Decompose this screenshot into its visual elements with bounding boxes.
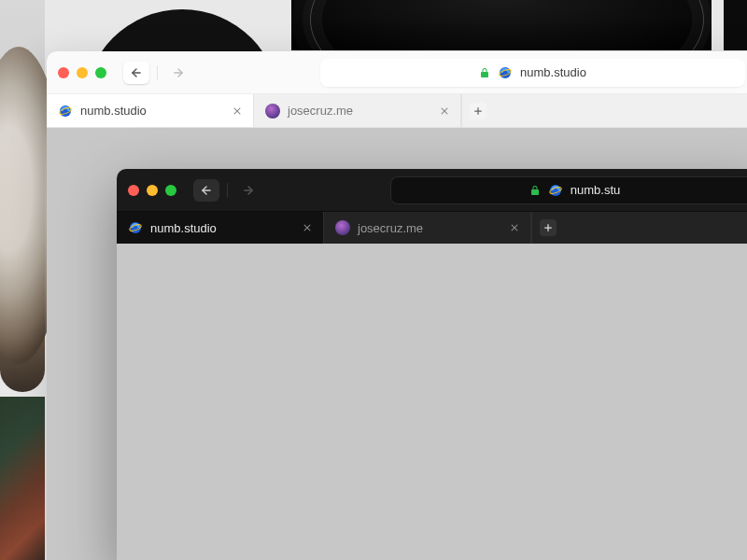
tab-close-button[interactable]: [440, 106, 449, 116]
address-bar[interactable]: numb.stu: [390, 176, 747, 204]
browser-window-dark: numb.stu numb.studio josecruz.me: [117, 169, 747, 560]
tab-numb-studio[interactable]: numb.studio: [47, 94, 254, 127]
art-icon: [335, 220, 350, 235]
arrow-right-icon: [172, 66, 185, 79]
window-controls: [58, 67, 106, 78]
page-content-area: [117, 244, 747, 560]
toolbar-divider: [157, 65, 158, 80]
background-art-top: [291, 0, 712, 50]
minimize-window-button[interactable]: [147, 185, 158, 196]
back-button[interactable]: [123, 62, 149, 84]
ie-icon: [498, 65, 513, 80]
background-art-topright: [724, 0, 747, 50]
art-icon: [265, 104, 280, 119]
window-controls: [128, 185, 176, 196]
back-button[interactable]: [193, 179, 219, 202]
close-icon: [303, 223, 312, 232]
plus-icon: [473, 106, 483, 116]
close-icon: [440, 106, 449, 116]
arrow-right-icon: [242, 184, 255, 197]
toolbar: numb.studio: [47, 51, 747, 94]
arrow-left-icon: [200, 184, 213, 197]
tab-close-button[interactable]: [510, 223, 519, 232]
background-art-bottomleft: [0, 397, 45, 560]
plus-icon: [543, 223, 553, 232]
tab-title: josecruz.me: [358, 221, 423, 235]
lock-icon: [479, 67, 490, 78]
tab-josecruz[interactable]: josecruz.me: [324, 212, 531, 244]
toolbar: numb.stu: [117, 169, 747, 212]
close-window-button[interactable]: [58, 67, 69, 78]
address-bar[interactable]: numb.studio: [320, 59, 745, 87]
close-window-button[interactable]: [128, 185, 139, 196]
arrow-left-icon: [130, 66, 143, 79]
tab-bar: numb.studio josecruz.me: [117, 212, 747, 244]
lock-icon: [529, 185, 541, 196]
address-url: numb.stu: [571, 183, 620, 197]
ie-icon: [128, 220, 143, 235]
new-tab-button[interactable]: [531, 212, 563, 244]
toolbar-divider: [227, 183, 228, 198]
tab-close-button[interactable]: [303, 223, 312, 232]
tab-title: numb.studio: [150, 221, 217, 235]
ie-icon: [58, 104, 73, 119]
maximize-window-button[interactable]: [165, 185, 176, 196]
tab-title: josecruz.me: [288, 104, 353, 118]
maximize-window-button[interactable]: [95, 67, 106, 78]
forward-button[interactable]: [235, 179, 261, 202]
forward-button[interactable]: [165, 62, 191, 84]
tab-title: numb.studio: [80, 104, 147, 118]
tab-close-button[interactable]: [233, 106, 242, 116]
tab-bar: numb.studio josecruz.me: [47, 94, 747, 128]
address-url: numb.studio: [520, 65, 586, 79]
tab-numb-studio[interactable]: numb.studio: [117, 212, 324, 244]
close-icon: [510, 223, 519, 232]
close-icon: [233, 106, 242, 116]
new-tab-button[interactable]: [461, 94, 493, 127]
tab-josecruz[interactable]: josecruz.me: [254, 94, 461, 127]
ie-icon: [548, 183, 563, 198]
minimize-window-button[interactable]: [77, 67, 88, 78]
